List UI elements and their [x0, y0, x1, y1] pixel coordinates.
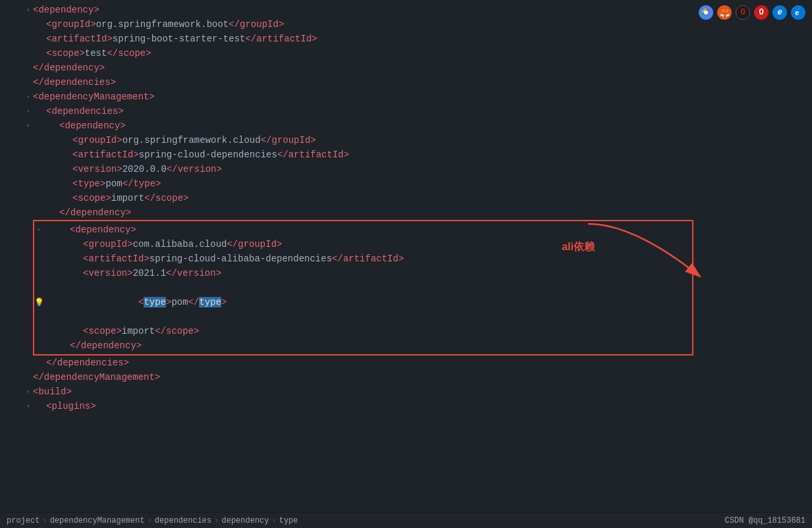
code-line: </dependencies> — [0, 75, 812, 90]
breadcrumb-project[interactable]: project — [7, 516, 40, 525]
ie-icon[interactable]: e — [772, 5, 787, 20]
code-line: <scope>import</scope> — [34, 324, 692, 338]
breadcrumb-dependency-management[interactable]: dependencyManagement — [50, 516, 145, 525]
lightbulb-icon[interactable]: 💡 — [34, 298, 44, 307]
code-line: <type>pom</type> — [0, 176, 812, 191]
browser-icons: 🦊 O O e e — [699, 5, 805, 20]
code-area: ▾ <dependency> <groupId>org.springframew… — [0, 0, 812, 512]
status-bar: project › dependencyManagement › depende… — [0, 512, 812, 528]
code-line: </dependencyManagement> — [0, 370, 812, 384]
code-line: <version>2021.1</version> — [34, 266, 692, 280]
edge-icon[interactable]: e — [791, 5, 805, 20]
svg-point-1 — [704, 11, 708, 14]
code-line: ▾ <dependencyManagement> — [0, 90, 812, 104]
code-line: <scope>import</scope> — [0, 191, 812, 205]
selected-type-word: type — [144, 297, 166, 307]
code-line: <scope>test</scope> — [0, 46, 812, 61]
breadcrumb-dependency[interactable]: dependency — [221, 516, 269, 525]
chrome-icon[interactable] — [699, 5, 713, 20]
breadcrumb: project › dependencyManagement › depende… — [7, 516, 298, 525]
code-line: ▾ <dependency> — [0, 3, 812, 17]
code-line: </dependency> — [0, 205, 812, 220]
code-line: </dependency> — [0, 61, 812, 75]
code-line: ▾ <plugins> — [0, 399, 812, 413]
code-line-type-selected: 💡 <type>pom</type> — [34, 280, 692, 324]
code-line: <groupId>org.springframework.boot</group… — [0, 17, 812, 32]
annotation-label: ali依赖 — [562, 240, 595, 254]
code-line: ▾ <dependency> — [0, 119, 812, 133]
opera-icon[interactable]: O — [736, 5, 750, 20]
code-line: ▾ <dependency> — [34, 223, 692, 237]
breadcrumb-type[interactable]: type — [279, 516, 298, 525]
csdn-attribution: CSDN @qq_18153681 — [725, 516, 805, 525]
opera-red-icon[interactable]: O — [754, 5, 769, 20]
code-line: </dependencies> — [0, 356, 812, 370]
firefox-icon[interactable]: 🦊 — [717, 5, 732, 20]
breadcrumb-dependencies[interactable]: dependencies — [155, 516, 211, 525]
code-line: <artifactId>spring-cloud-dependencies</a… — [0, 147, 812, 162]
editor-area: 🦊 O O e e ali依赖 ▾ <dependency> — [0, 0, 812, 512]
code-line: ▾ <build> — [0, 384, 812, 399]
code-line: <groupId>org.springframework.cloud</grou… — [0, 133, 812, 147]
svg-text:e: e — [795, 9, 799, 17]
code-line: <artifactId>spring-boot-starter-test</ar… — [0, 32, 812, 46]
code-line: <version>2020.0.0</version> — [0, 162, 812, 176]
code-line: </dependency> — [34, 338, 692, 353]
code-line: ▾ <dependencies> — [0, 104, 812, 119]
